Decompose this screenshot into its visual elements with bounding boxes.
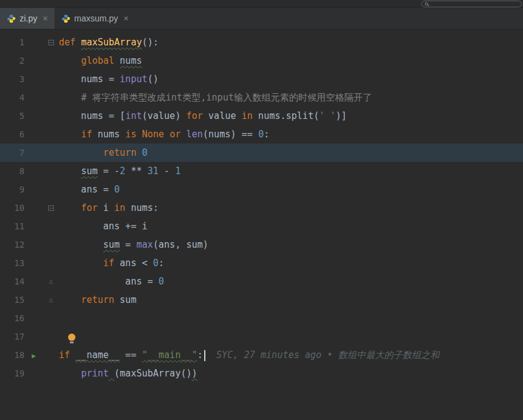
code-line[interactable]: 3 nums = input() [0, 70, 523, 88]
code-token: nums = [ [59, 110, 125, 121]
code-token: None [142, 129, 164, 140]
code-token [59, 92, 81, 103]
line-number[interactable]: 11 [0, 217, 25, 235]
gutter-run-slot [25, 327, 43, 346]
code-text[interactable]: global nums [59, 52, 523, 70]
code-text[interactable]: # 将字符串类型改成int类型,input输入数组元素的时候用空格隔开了 [59, 88, 523, 107]
fold-end-icon[interactable]: △ [49, 272, 53, 291]
code-text[interactable]: def maxSubArray(): [59, 33, 523, 52]
line-number[interactable]: 8 [0, 162, 25, 180]
gutter-run-slot [25, 235, 43, 254]
code-text[interactable]: if ans < 0: [59, 254, 523, 272]
code-token: in [114, 202, 125, 213]
line-number[interactable]: 4 [0, 88, 25, 107]
code-line[interactable]: 19 print (maxSubArray()) [0, 364, 523, 383]
close-icon[interactable]: × [124, 13, 129, 23]
line-number[interactable]: 12 [0, 235, 25, 254]
line-number[interactable]: 5 [0, 107, 25, 125]
line-number[interactable]: 6 [0, 125, 25, 143]
tab-zi-py[interactable]: zi.py × [0, 8, 55, 29]
code-line[interactable]: 6 if nums is None or len(nums) == 0: [0, 125, 523, 143]
code-text[interactable]: print (maxSubArray()) [59, 364, 523, 383]
gutter-run-slot [25, 254, 43, 272]
code-line[interactable]: 16 [0, 309, 523, 327]
code-line[interactable]: 18▶if __name__ == "__main__":SYC, 27 min… [0, 346, 523, 364]
code-token: nums [92, 129, 125, 140]
code-line[interactable]: 17 [0, 327, 523, 346]
code-line[interactable]: 13 if ans < 0: [0, 254, 523, 272]
code-token [164, 129, 170, 140]
code-text[interactable]: return sum [59, 291, 523, 309]
line-number[interactable]: 7 [0, 143, 25, 162]
run-button-icon[interactable]: ▶ [32, 352, 36, 360]
code-text[interactable]: nums = [int(value) for value in nums.spl… [59, 107, 523, 125]
code-line[interactable]: 7 return 0 [0, 143, 523, 162]
git-blame-annotation: SYC, 27 minutes ago • 数组中最大的子数组之和 [216, 349, 440, 361]
code-text[interactable]: if nums is None or len(nums) == 0: [59, 125, 523, 143]
gutter-fold-slot [43, 309, 59, 327]
code-token: def [59, 37, 81, 48]
code-line[interactable]: 1def maxSubArray(): [0, 33, 523, 52]
code-line[interactable]: 2 global nums [0, 52, 523, 70]
line-number[interactable]: 16 [0, 309, 25, 327]
code-line[interactable]: 8 sum = -2 ** 31 - 1 [0, 162, 523, 180]
text-caret [204, 350, 205, 361]
code-token: () [148, 74, 159, 85]
line-number[interactable]: 14 [0, 272, 25, 291]
code-line[interactable]: 9 ans = 0 [0, 180, 523, 199]
code-token: (ans, sum) [153, 239, 208, 250]
code-token [59, 129, 81, 140]
line-number[interactable]: 15 [0, 291, 25, 309]
gutter-fold-slot [43, 327, 59, 346]
fold-collapse-icon[interactable] [48, 205, 54, 211]
code-text[interactable]: sum = -2 ** 31 - 1 [59, 162, 523, 180]
code-token: )] [336, 110, 347, 121]
intention-bulb-icon[interactable] [68, 334, 75, 341]
line-number[interactable]: 2 [0, 52, 25, 70]
code-token: in [242, 110, 253, 121]
code-line[interactable]: 4 # 将字符串类型改成int类型,input输入数组元素的时候用空格隔开了 [0, 88, 523, 107]
code-text[interactable] [59, 309, 523, 327]
code-line[interactable]: 11 ans += i [0, 217, 523, 235]
close-icon[interactable]: × [43, 13, 48, 23]
code-text[interactable] [59, 327, 523, 346]
gutter-run-slot [25, 180, 43, 199]
code-token: # 将字符串类型改成int类型,input输入数组元素的时候用空格隔开了 [81, 92, 372, 103]
code-text[interactable]: if __name__ == "__main__":SYC, 27 minute… [59, 346, 523, 364]
code-token [181, 129, 186, 140]
line-number[interactable]: 10 [0, 199, 25, 217]
code-line[interactable]: 10 for i in nums: [0, 199, 523, 217]
code-line[interactable]: 5 nums = [int(value) for value in nums.s… [0, 107, 523, 125]
fold-end-icon[interactable]: △ [49, 291, 53, 309]
line-number[interactable]: 19 [0, 364, 25, 383]
gutter-run-slot [25, 364, 43, 383]
code-token: 1 [175, 166, 181, 177]
tab-label: maxsum.py [74, 13, 118, 23]
code-text[interactable]: for i in nums: [59, 199, 523, 217]
line-number[interactable]: 17 [0, 327, 25, 346]
code-editor[interactable]: 1def maxSubArray():2 global nums3 nums =… [0, 29, 523, 420]
code-line[interactable]: 12 sum = max(ans, sum) [0, 235, 523, 254]
fold-collapse-icon[interactable] [48, 40, 54, 45]
line-number[interactable]: 1 [0, 33, 25, 52]
code-line[interactable]: 14△ ans = 0 [0, 272, 523, 291]
line-number[interactable]: 13 [0, 254, 25, 272]
code-text[interactable]: sum = max(ans, sum) [59, 235, 523, 254]
code-text[interactable]: ans = 0 [59, 272, 523, 291]
code-token: or [170, 129, 181, 140]
code-text[interactable]: return 0 [59, 143, 523, 162]
code-token: 0 [258, 129, 264, 140]
gutter-run-slot [25, 33, 43, 52]
line-number[interactable]: 9 [0, 180, 25, 199]
code-text[interactable]: ans += i [59, 217, 523, 235]
code-token: print [81, 368, 109, 379]
gutter-run-slot: ▶ [25, 346, 43, 364]
code-text[interactable]: nums = input() [59, 70, 523, 88]
code-line[interactable]: 15△ return sum [0, 291, 523, 309]
gutter-fold-slot [43, 33, 59, 52]
code-text[interactable]: ans = 0 [59, 180, 523, 199]
tab-maxsum-py[interactable]: maxsum.py × [55, 8, 136, 29]
line-number[interactable]: 3 [0, 70, 25, 88]
line-number[interactable]: 18 [0, 346, 25, 364]
search-box[interactable] [421, 1, 522, 7]
